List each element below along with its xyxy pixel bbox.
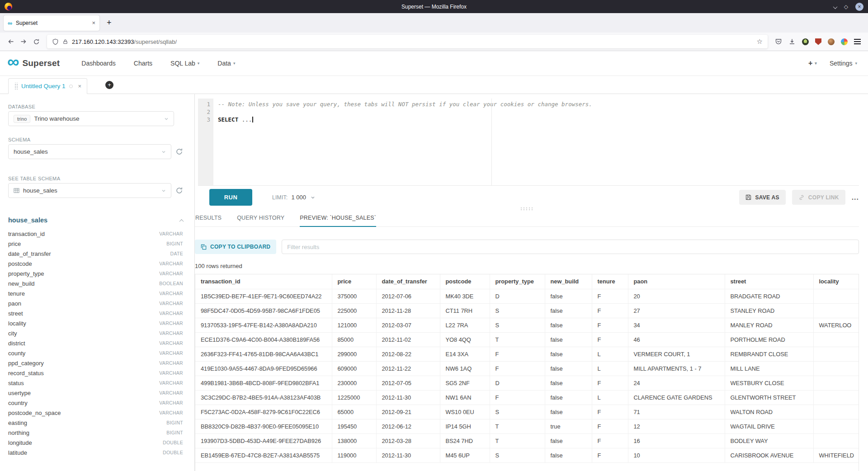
forward-button[interactable] (17, 35, 30, 48)
copy-link-button[interactable]: COPY LINK (792, 190, 845, 205)
table-row[interactable]: 419E1030-9A55-4467-8DA9-9FED95D659666090… (195, 361, 859, 376)
nav-item-data[interactable]: Data▾ (217, 51, 235, 76)
column-row-usertype[interactable]: usertypeVARCHAR (8, 388, 183, 398)
grid-header-tenure[interactable]: tenure (592, 274, 628, 289)
shield-icon[interactable] (52, 38, 59, 45)
extension-icon[interactable] (802, 38, 809, 45)
superset-brand[interactable]: ∞ Superset (7, 58, 60, 69)
more-options-button[interactable]: ... (852, 193, 859, 202)
column-row-northing[interactable]: northingBIGINT (8, 428, 183, 438)
lock-icon[interactable] (62, 39, 68, 45)
column-row-city[interactable]: cityVARCHAR (8, 328, 183, 338)
extension-icon[interactable] (841, 38, 848, 45)
column-row-county[interactable]: countyVARCHAR (8, 348, 183, 358)
copy-to-clipboard-button[interactable]: COPY TO CLIPBOARD (195, 240, 276, 254)
menu-hamburger-icon[interactable] (854, 39, 861, 44)
grid-header-postcode[interactable]: postcode (440, 274, 490, 289)
grid-header-property-type[interactable]: property_type (490, 274, 545, 289)
refresh-schema-button[interactable] (175, 148, 183, 155)
extension-icon[interactable] (828, 38, 835, 45)
result-tab-preview-house-sales[interactable]: PREVIEW: `HOUSE_SALES` (300, 212, 376, 227)
reload-button[interactable] (30, 35, 42, 48)
table-row[interactable]: 98F5DC47-0D05-4D59-95B7-98CA6F1FDE052250… (195, 303, 859, 318)
extension-icon[interactable] (815, 38, 821, 45)
drag-grip-icon[interactable] (14, 83, 18, 89)
grid-header-street[interactable]: street (725, 274, 813, 289)
column-row-transaction-id[interactable]: transaction_idVARCHAR (8, 229, 183, 239)
nav-item-charts[interactable]: Charts (134, 51, 152, 76)
new-tab-button[interactable]: + (104, 18, 114, 28)
grid-header-transaction-id[interactable]: transaction_id (195, 274, 332, 289)
column-name: record_status (8, 370, 44, 377)
back-button[interactable] (5, 35, 17, 48)
grid-header-new-build[interactable]: new_build (545, 274, 592, 289)
column-row-status[interactable]: statusVARCHAR (8, 378, 183, 388)
grid-cell: S (490, 303, 545, 318)
table-row[interactable]: 91370533-19F5-47FE-B142-A380A8ADA2101210… (195, 318, 859, 332)
run-button[interactable]: RUN (209, 189, 252, 206)
query-tab-close-icon[interactable]: × (78, 83, 82, 89)
sql-editor[interactable]: 1 2 3 -- Note: Unless you save your quer… (198, 99, 859, 186)
save-as-button[interactable]: SAVE AS (739, 190, 785, 205)
refresh-table-button[interactable] (175, 187, 183, 194)
url-bar[interactable]: 217.160.120.143:32393/superset/sqllab/ ☆ (47, 35, 768, 48)
table-row[interactable]: 193907D3-5DBD-453D-A49E-9FEE27DAB9261380… (195, 433, 859, 448)
column-row-paon[interactable]: paonVARCHAR (8, 298, 183, 308)
database-select[interactable]: trino Trino warehouse (8, 111, 174, 126)
result-tab-query-history[interactable]: QUERY HISTORY (237, 212, 284, 226)
table-row[interactable]: 2636F323-FF41-4765-81DB-98CAA6A43BC12990… (195, 347, 859, 361)
nav-item-dashboards[interactable]: Dashboards (81, 51, 116, 76)
download-icon[interactable] (788, 38, 796, 45)
add-new-button[interactable]: + ▾ (808, 59, 817, 67)
query-tab-active[interactable]: Untitled Query 1 × (8, 78, 87, 94)
table-row[interactable]: F5C273AC-0D2A-458F-8279-9C61F0C22EC66500… (195, 405, 859, 419)
column-row-longitude[interactable]: longitudeDOUBLE (8, 438, 183, 447)
column-row-price[interactable]: priceBIGINT (8, 239, 183, 249)
column-row-easting[interactable]: eastingBIGINT (8, 418, 183, 428)
column-row-date-of-transfer[interactable]: date_of_transferDATE (8, 249, 183, 259)
limit-dropdown[interactable]: LIMIT: 1 000 (272, 194, 315, 201)
column-row-postcode-no-space[interactable]: postcode_no_spaceVARCHAR (8, 408, 183, 418)
grid-header-date-of-transfer[interactable]: date_of_transfer (376, 274, 440, 289)
grid-header-price[interactable]: price (332, 274, 376, 289)
close-icon[interactable]: × (855, 3, 863, 11)
schema-select[interactable]: house_sales (8, 144, 171, 159)
maximize-icon[interactable]: ◇ (844, 4, 848, 9)
settings-menu[interactable]: Settings ▾ (830, 60, 857, 67)
table-row[interactable]: BB8320C9-D82B-4B37-90E0-9FEE05095E101954… (195, 419, 859, 433)
grid-header-paon[interactable]: paon (628, 274, 725, 289)
table-row[interactable]: 1B5C39ED-BE7F-41EF-9E71-9C60EED74A223750… (195, 289, 859, 303)
column-row-property-type[interactable]: property_typeVARCHAR (8, 268, 183, 278)
bookmark-star-icon[interactable]: ☆ (757, 38, 763, 46)
editor-code-area[interactable]: -- Note: Unless you save your query, the… (213, 99, 859, 185)
result-tab-results[interactable]: RESULTS (195, 212, 222, 226)
tab-close-icon[interactable]: × (92, 19, 95, 26)
column-row-record-status[interactable]: record_statusVARCHAR (8, 368, 183, 378)
column-row-street[interactable]: streetVARCHAR (8, 308, 183, 318)
column-row-ppd-category[interactable]: ppd_categoryVARCHAR (8, 358, 183, 368)
table-select[interactable]: house_sales (8, 183, 171, 198)
table-row[interactable]: ECE1D376-C9A6-4C00-B004-A380B189FA568500… (195, 332, 859, 347)
collapse-chevron-icon[interactable] (180, 216, 183, 224)
column-row-postcode[interactable]: postcodeVARCHAR (8, 259, 183, 268)
minimize-icon[interactable] (834, 3, 837, 11)
column-row-new-build[interactable]: new_buildBOOLEAN (8, 278, 183, 288)
table-name-heading[interactable]: house_sales (8, 217, 47, 224)
pocket-icon[interactable] (775, 38, 782, 45)
table-row[interactable]: 499B1981-3B6B-4BCD-808F-9FED9802BFA12300… (195, 376, 859, 390)
grid-cell: F (592, 303, 628, 318)
column-row-locality[interactable]: localityVARCHAR (8, 318, 183, 328)
column-row-latitude[interactable]: latitudeDOUBLE (8, 447, 183, 457)
browser-tab[interactable]: ∞ Superset × (4, 15, 99, 31)
pane-splitter[interactable] (195, 206, 859, 212)
add-query-tab-button[interactable]: + (105, 81, 113, 89)
table-row[interactable]: EB1459EB-67ED-47C8-B2E7-A38143AB55751190… (195, 448, 859, 462)
column-row-country[interactable]: countryVARCHAR (8, 398, 183, 408)
table-row[interactable]: 3C3C29DC-B7B2-4BE5-914A-A38123AF403B1225… (195, 390, 859, 405)
column-row-tenure[interactable]: tenureVARCHAR (8, 288, 183, 298)
column-name: easting (8, 419, 27, 426)
column-row-district[interactable]: districtVARCHAR (8, 338, 183, 348)
nav-item-sql-lab[interactable]: SQL Lab▾ (170, 51, 199, 76)
filter-results-input[interactable] (282, 240, 859, 254)
grid-header-locality[interactable]: locality (813, 274, 859, 289)
